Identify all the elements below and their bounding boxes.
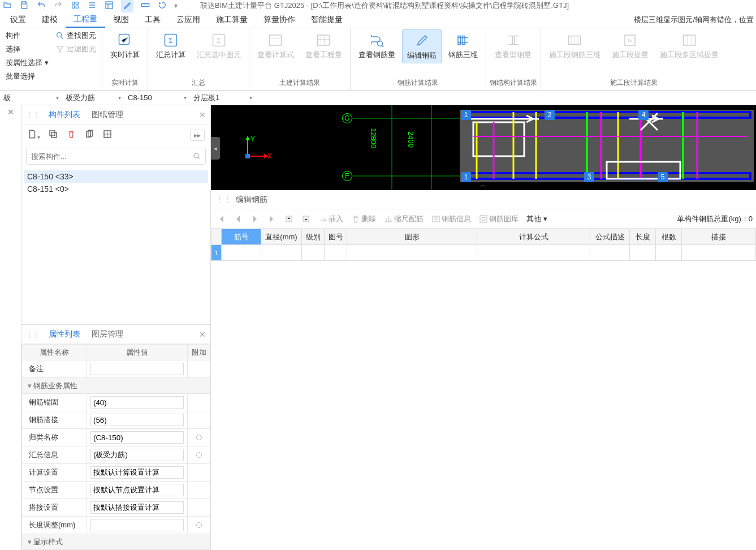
btn-other[interactable]: 其他 ▾ (524, 214, 550, 224)
btn-constr-rebar3d[interactable]: 施工段钢筋三维 (545, 29, 605, 62)
btn-rebar-lib[interactable]: 钢筋图库 (477, 214, 521, 224)
prop-category[interactable]: ▾ 显示样式 (22, 534, 210, 550)
collapse-handle[interactable]: ◂ (211, 137, 220, 160)
nav-next-icon[interactable] (248, 214, 262, 224)
btn-constr-qty[interactable]: fx施工段提量 (607, 29, 653, 62)
selector-spec[interactable]: C8-150▾ (124, 92, 190, 104)
rebar-data-table[interactable]: 筋号 直径(mm) 级别 图号 图形 计算公式 公式描述 长度 根数 搭接 1 (211, 229, 756, 261)
grid-icon[interactable] (70, 1, 80, 11)
prop-value[interactable] (87, 517, 188, 534)
col-grade[interactable]: 级别 (302, 229, 325, 245)
col-formula[interactable]: 计算公式 (477, 229, 590, 245)
list-item[interactable]: C8-150 <33> (24, 170, 208, 183)
menu-view[interactable]: 视图 (105, 12, 137, 27)
prop-extra[interactable] (188, 411, 210, 429)
selector-layer[interactable]: 分层板1▾ (190, 92, 256, 104)
grip-icon[interactable]: ⋮⋮ (215, 195, 231, 204)
btn-constr-multiregion[interactable]: 施工段多区域提量 (655, 29, 723, 62)
list-icon[interactable] (87, 1, 97, 11)
btn-summary-calc[interactable]: Σ汇总计算 (152, 29, 190, 62)
open-icon[interactable] (2, 1, 12, 11)
refresh-icon[interactable] (157, 1, 167, 11)
prop-value[interactable] (87, 394, 188, 411)
btn-view-steel-qty[interactable]: 查看型钢量 (490, 29, 536, 62)
highlight-icon[interactable] (121, 0, 133, 12)
btn-find-element[interactable]: 查找图元 (53, 29, 98, 42)
close-icon[interactable]: ✕ (7, 108, 14, 117)
btn-delete[interactable]: 删除 (349, 214, 378, 224)
btn-insert[interactable]: 插入 (316, 214, 345, 224)
qat-more[interactable]: ▾ (174, 2, 178, 10)
ruler-icon[interactable] (140, 1, 150, 11)
move-down-icon[interactable] (299, 214, 313, 224)
prop-extra[interactable] (188, 394, 210, 411)
btn-select-by-prop[interactable]: 按属性选择 ▾ (3, 57, 51, 69)
prop-extra[interactable] (188, 360, 210, 378)
undo-icon[interactable] (36, 1, 46, 11)
btn-rebar-info[interactable]: 钢筋信息 (429, 214, 473, 224)
nav-first-icon[interactable] (214, 214, 228, 224)
col-lap[interactable]: 搭接 (682, 229, 756, 245)
layout-icon[interactable] (102, 129, 113, 141)
btn-realtime-calc[interactable]: 实时计算 (106, 29, 144, 62)
redo-icon[interactable] (53, 1, 63, 11)
col-formula-desc[interactable]: 公式描述 (590, 229, 630, 245)
btn-rebar-3d[interactable]: 钢筋三维 (444, 29, 482, 62)
duplicate-icon[interactable] (84, 129, 94, 141)
nav-last-icon[interactable] (265, 214, 279, 224)
table-row[interactable]: 1 (211, 245, 756, 261)
selector-category[interactable]: 板▾ (0, 92, 62, 104)
menu-settings[interactable]: 设置 (2, 12, 34, 27)
prop-value[interactable] (87, 360, 188, 378)
prop-value[interactable] (87, 446, 188, 464)
component-search[interactable] (26, 148, 206, 165)
menu-model[interactable]: 建模 (34, 12, 66, 27)
menu-cloud[interactable]: 云应用 (169, 12, 208, 27)
list-item[interactable]: C8-151 <0> (24, 183, 208, 195)
grip-icon[interactable]: ⋮⋮ (26, 111, 40, 119)
menu-quantity[interactable]: 工程量 (66, 12, 105, 28)
prop-value[interactable] (87, 482, 188, 499)
btn-summary-selected[interactable]: Σ汇总选中图元 (192, 29, 245, 62)
more-icon[interactable]: ▸▸ (190, 130, 205, 141)
btn-select[interactable]: 选择 (3, 43, 51, 55)
col-length[interactable]: 长度 (630, 229, 656, 245)
drawing-viewport[interactable]: ◂ Y X G E 12800 2400 (211, 105, 756, 190)
btn-filter-element[interactable]: 过滤图元 (53, 43, 98, 55)
tab-layer-mgmt[interactable]: 图层管理 (86, 327, 129, 342)
col-drawnum[interactable]: 图号 (325, 229, 347, 245)
nav-prev-icon[interactable] (231, 214, 245, 224)
col-diameter[interactable]: 直径(mm) (261, 229, 302, 245)
menu-collab[interactable]: 算量协作 (256, 12, 303, 27)
menu-smart[interactable]: 智能提量 (303, 12, 351, 27)
btn-view-rebar-qty[interactable]: 查看钢筋量 (354, 29, 400, 62)
prop-value[interactable] (87, 499, 188, 517)
close-icon[interactable]: ✕ (199, 110, 206, 119)
delete-icon[interactable] (66, 129, 76, 141)
tab-component-list[interactable]: 构件列表 (43, 108, 86, 122)
copy-icon[interactable] (48, 129, 58, 141)
prop-extra[interactable] (188, 446, 210, 464)
btn-view-quantity[interactable]: 查看工程量 (301, 29, 347, 62)
col-shape[interactable]: 图形 (347, 229, 477, 245)
btn-view-formula[interactable]: 查看计算式 (253, 29, 299, 62)
col-count[interactable]: 根数 (656, 229, 682, 245)
menu-tools[interactable]: 工具 (137, 12, 169, 27)
btn-batch-select[interactable]: 批量选择 (3, 70, 51, 83)
prop-value[interactable] (87, 429, 188, 446)
prop-value[interactable] (87, 411, 188, 429)
search-input[interactable] (31, 152, 193, 161)
prop-extra[interactable] (188, 499, 210, 517)
prop-extra[interactable] (188, 517, 210, 534)
selector-type[interactable]: 板受力筋▾ (62, 92, 124, 104)
btn-scale-rebar[interactable]: 缩尺配筋 (382, 214, 426, 224)
prop-extra[interactable] (188, 482, 210, 499)
menu-constr-qty[interactable]: 施工算量 (208, 12, 256, 27)
col-barnum[interactable]: 筋号 (222, 229, 261, 245)
prop-category[interactable]: ▾ 钢筋业务属性 (22, 378, 210, 394)
layout-icon[interactable] (104, 1, 114, 11)
prop-extra[interactable] (188, 429, 210, 446)
grip-icon[interactable]: ⋮⋮ (26, 330, 40, 338)
prop-value[interactable] (87, 464, 188, 482)
tab-drawing-mgmt[interactable]: 图纸管理 (86, 108, 129, 122)
